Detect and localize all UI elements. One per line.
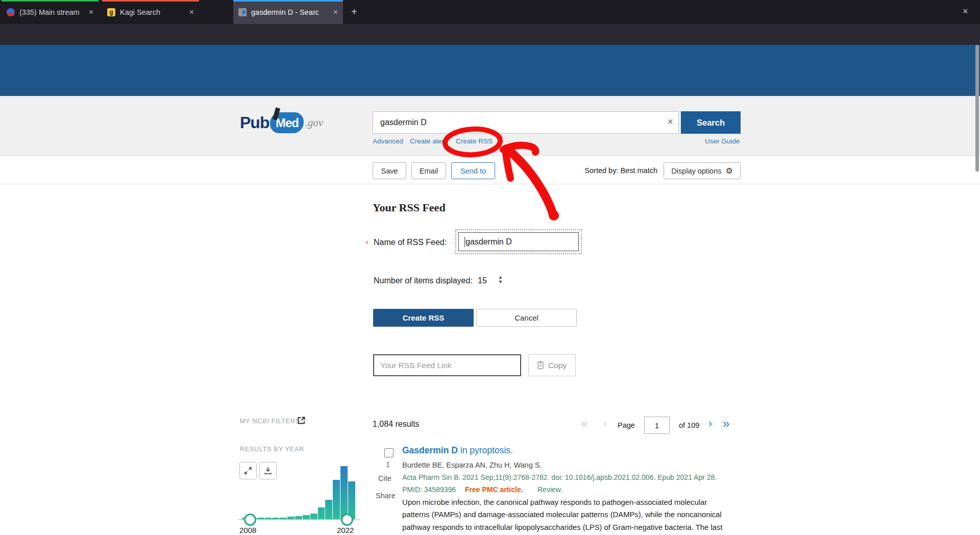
year-slider-handle-end[interactable] (341, 514, 353, 526)
tab-container-stripe-orange (102, 0, 199, 2)
pubmed-favicon (238, 8, 247, 16)
page-label: Page (618, 421, 635, 429)
pubmed-logo-gov: .gov (305, 116, 323, 129)
pubmed-logo-pub: Pub (240, 113, 269, 132)
result-number: 1 (386, 460, 390, 469)
free-pmc-label[interactable]: Free PMC article. (465, 485, 523, 494)
my-ncbi-filters-label[interactable]: MY NCBI FILTERS (240, 418, 300, 425)
search-button[interactable]: Search (681, 111, 741, 134)
display-options-button[interactable]: Display options ⚙ (664, 162, 741, 179)
window-close-button[interactable]: × (963, 6, 968, 16)
text-caret (464, 237, 465, 247)
sorted-by-label: Sorted by: Best match (577, 166, 657, 175)
required-asterisk: * (365, 239, 369, 248)
copy-button[interactable]: Copy (528, 354, 576, 376)
tab-container-stripe-green (2, 0, 99, 2)
kagi-favicon: g (107, 8, 115, 16)
year-bar-2019[interactable] (325, 500, 332, 519)
pubmed-logo[interactable]: Pub Med .gov (240, 112, 323, 133)
next-page-icon[interactable]: › (708, 418, 712, 430)
new-tab-button[interactable]: + (351, 7, 357, 17)
browser-toolbar: ← → ↻ ⌂ https://pubmed.ncbi.nlm.nih.gov/… (0, 24, 980, 45)
year-slider-handle-start[interactable] (244, 514, 256, 526)
rss-name-input[interactable]: gasdermin D (458, 232, 579, 251)
year-bar-2021[interactable] (340, 466, 348, 519)
page-scrollbar[interactable] (975, 45, 979, 172)
rss-feed-link-input[interactable] (373, 354, 521, 376)
result-citation: Acta Pharm Sin B. 2021 Sep;11(9):2768-27… (402, 473, 717, 481)
search-input-wrap: × (373, 111, 679, 134)
share-button[interactable]: Share (376, 492, 396, 500)
stream-favicon (7, 8, 15, 16)
tab-main-stream[interactable]: (335) Main stream · × (2, 0, 99, 24)
result-snippet: Upon microbe infection, the canonical pa… (402, 496, 735, 535)
red-arrow-shaft (508, 150, 553, 215)
review-label: Review. (537, 485, 562, 494)
email-button[interactable]: Email (411, 162, 446, 179)
result-authors: Burdette BE, Esparza AN, Zhu H, Wang S. (402, 461, 542, 469)
tab-close-icon[interactable]: × (333, 8, 338, 17)
browser-tab-bar: (335) Main stream · × g Kagi Search × ga… (0, 0, 980, 24)
clear-search-icon[interactable]: × (667, 116, 673, 128)
advanced-link[interactable]: Advanced (373, 137, 403, 145)
last-page-icon[interactable]: » (723, 418, 729, 430)
year-bar-2016[interactable] (303, 515, 310, 519)
prev-page-icon[interactable]: ‹ (603, 418, 607, 430)
nlm-header: NIH National Library of Medicine Nationa… (0, 45, 980, 96)
year-end-label: 2022 (337, 526, 354, 534)
page-of-label: of 109 (679, 421, 699, 429)
user-guide-link[interactable]: User Guide (705, 137, 740, 145)
result-pmid: PMID: 34589396 (402, 485, 456, 494)
items-displayed-value[interactable]: 15 (478, 276, 487, 285)
save-button[interactable]: Save (373, 162, 406, 179)
create-rss-link[interactable]: Create RSS (456, 137, 493, 145)
cancel-button[interactable]: Cancel (476, 309, 577, 327)
search-input[interactable] (373, 112, 664, 133)
header-divider (0, 184, 980, 184)
rss-feed-heading: Your RSS Feed (373, 201, 446, 214)
page-number-input[interactable] (644, 417, 670, 434)
year-bar-2020[interactable] (333, 480, 340, 519)
tab-close-icon[interactable]: × (189, 8, 194, 17)
items-stepper[interactable]: ▲ ▼ (498, 275, 503, 284)
send-to-button[interactable]: Send to (451, 162, 495, 179)
tab-title: (335) Main stream · (19, 8, 80, 16)
year-start-label: 2008 (239, 526, 256, 534)
year-bar-2017[interactable] (310, 514, 317, 519)
clipboard-icon (537, 361, 545, 370)
items-displayed-label: Number of items displayed: (374, 276, 473, 285)
rss-name-label: Name of RSS Feed: (374, 238, 447, 247)
stepper-down-icon[interactable]: ▼ (498, 280, 503, 284)
pubmed-logo-med: Med (270, 112, 304, 133)
tab-active-stripe-blue (233, 0, 343, 2)
results-by-year-label: RESULTS BY YEAR (240, 446, 304, 453)
create-alert-link[interactable]: Create alert (410, 137, 446, 145)
results-count: 1,084 results (373, 420, 420, 429)
cite-button[interactable]: Cite (378, 474, 391, 482)
tab-title: gasdermin D - Searc (251, 8, 318, 16)
first-page-icon[interactable]: « (581, 418, 587, 430)
result-checkbox[interactable] (384, 448, 394, 457)
results-by-year-bars (242, 466, 355, 519)
tab-close-icon[interactable]: × (89, 8, 93, 17)
screen: (335) Main stream · × g Kagi Search × ga… (0, 0, 980, 535)
year-bar-2018[interactable] (318, 507, 325, 519)
result-title-link[interactable]: Gasdermin D in pyroptosis. (402, 445, 513, 456)
gear-icon: ⚙ (725, 166, 732, 176)
tab-title: Kagi Search (120, 8, 160, 16)
red-arrow-tail-blob (549, 210, 559, 221)
tab-kagi-search[interactable]: g Kagi Search × (102, 0, 199, 24)
tab-pubmed-active[interactable]: gasdermin D - Searc × (233, 0, 343, 24)
external-link-icon[interactable] (298, 417, 305, 424)
create-rss-button[interactable]: Create RSS (373, 309, 474, 327)
